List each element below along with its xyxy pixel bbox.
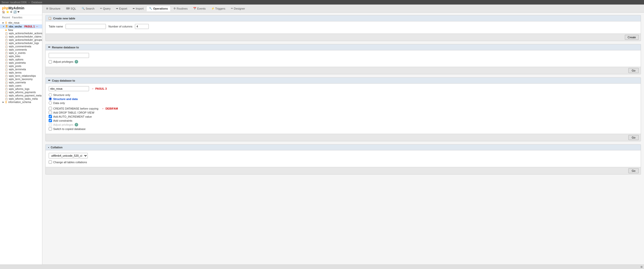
tab-sql[interactable]: ⌨ SQL xyxy=(63,6,79,11)
pencil-icon: ✏ xyxy=(48,79,50,82)
structure-only-row: Structure only xyxy=(49,93,638,96)
structure-only-label: Structure only xyxy=(53,93,70,96)
tab-export[interactable]: ➡ Export xyxy=(113,6,130,11)
tab-designer[interactable]: ✏ Designer xyxy=(228,6,248,11)
structure-data-label: Structure and data xyxy=(53,97,78,100)
events-icon: 📅 xyxy=(193,7,196,10)
arrow-left-icon: ← xyxy=(36,25,39,28)
refresh-icon[interactable]: 🔄 xyxy=(13,11,16,13)
table-item[interactable]: 📋wplx_actionscheduler_logs xyxy=(3,42,42,45)
switch-db-checkbox[interactable] xyxy=(49,127,52,130)
table-item[interactable]: 📋wplx_terms xyxy=(3,71,42,74)
adjust-privileges-checkbox[interactable] xyxy=(49,60,52,63)
collation-header: ▪ Collation xyxy=(46,145,641,150)
bottom-bar: ⊞ xyxy=(0,264,644,269)
tab-events[interactable]: 📅 Events xyxy=(190,6,209,11)
table-item[interactable]: 📋wplx_comments xyxy=(3,48,42,51)
adjust-privileges-copy-row: Adjust privileges ? xyxy=(49,123,638,126)
table-item[interactable]: 📋wplx_wforms_payment_meta xyxy=(3,94,42,97)
new-table-item[interactable]: ✚ New xyxy=(3,28,42,32)
db-information-schema[interactable]: ▶ 🗄 information_schema xyxy=(0,100,42,104)
table-item[interactable]: 📋wplx_wforms_logs xyxy=(3,87,42,91)
table-item[interactable]: 📋wplx_actionscheduler_claims xyxy=(3,35,42,38)
table-item[interactable]: 📋wplx_users xyxy=(3,84,42,87)
constraints-label: Add constraints xyxy=(53,119,72,122)
create-db-checkbox[interactable] xyxy=(49,107,52,110)
help-icon-copy[interactable]: ? xyxy=(75,123,78,126)
table-icon: 📋 xyxy=(5,52,8,54)
content-body: 📋 Create new table Table name Number of … xyxy=(42,13,644,264)
table-item[interactable]: 📋wplx_e_events xyxy=(3,51,42,55)
change-collation-checkbox[interactable] xyxy=(49,160,52,164)
gear-icon[interactable]: ⚙ xyxy=(10,11,12,13)
tab-search[interactable]: 🔍 Search xyxy=(79,6,97,11)
table-item[interactable]: 📋wplx_term_relationships xyxy=(3,74,42,78)
rename-db-header: ✏ Rename database to xyxy=(46,44,641,50)
star-icon[interactable]: ⭐ xyxy=(6,11,9,13)
num-columns-input[interactable] xyxy=(135,24,149,29)
copy-db-input[interactable] xyxy=(49,86,89,91)
rename-db-footer: Go xyxy=(46,67,641,74)
table-item[interactable]: 📋wplx_commentmeta xyxy=(3,45,42,48)
collation-section: ▪ Collation utf8mb4_unicode_520_ci utf8m… xyxy=(45,144,641,175)
auto-increment-checkbox[interactable] xyxy=(49,115,52,118)
data-only-radio[interactable] xyxy=(49,101,52,105)
header-label: Collation xyxy=(51,146,63,149)
constraints-checkbox[interactable] xyxy=(49,119,52,122)
heart-icon[interactable]: ❤ xyxy=(17,11,19,13)
table-item[interactable]: 📋wplx_posts xyxy=(3,64,42,68)
table-item[interactable]: 📋wplx_options xyxy=(3,58,42,61)
help-icon[interactable]: ? xyxy=(75,60,78,63)
tab-operations[interactable]: 🔧 Operations PASUL 2↑ xyxy=(146,6,170,11)
table-item[interactable]: 📋wplx_links xyxy=(3,55,42,58)
tab-label: Export xyxy=(119,7,127,10)
table-item[interactable]: 📋wplx_actionscheduler_groups xyxy=(3,38,42,42)
tab-import[interactable]: ⬅ Import xyxy=(130,6,146,11)
table-icon: 📋 xyxy=(5,36,8,38)
tab-query[interactable]: ✏ Query xyxy=(97,6,113,11)
copy-go-button[interactable]: Go xyxy=(628,135,639,140)
table-item[interactable]: 📋wplx_term_taxonomy xyxy=(3,78,42,81)
sql-icon: ⌨ xyxy=(66,7,70,10)
db-nbx-noua[interactable]: ▶ 🗄 nbx_noua xyxy=(0,21,42,24)
triggers-icon: ⚡ xyxy=(211,7,214,10)
table-icon: 📋 xyxy=(5,85,8,87)
table-icon: 📋 xyxy=(5,55,8,58)
structure-data-radio[interactable] xyxy=(49,97,52,100)
collation-select[interactable]: utf8mb4_unicode_520_ci utf8mb4_general_c… xyxy=(49,153,88,158)
tab-routines[interactable]: ⚙ Routines xyxy=(171,6,190,11)
table-icon: 📋 xyxy=(5,45,8,48)
tab-structure[interactable]: ⊞ Structure xyxy=(43,6,63,11)
drop-table-checkbox[interactable] xyxy=(49,111,52,114)
table-item[interactable]: 📋wplx_wforms_tasks_meta xyxy=(3,97,42,100)
auto-increment-label: Add AUTO_INCREMENT value xyxy=(53,115,92,118)
db-icon: 🗄 xyxy=(6,25,8,28)
collation-go-button[interactable]: Go xyxy=(628,168,639,173)
table-item[interactable]: 📋wplx_termmeta xyxy=(3,68,42,71)
create-button[interactable]: Create xyxy=(625,35,639,40)
db-nbx-veche[interactable]: ▼ 🗄 nbx_veche PASUL 1 ← xyxy=(0,24,42,28)
rename-db-input[interactable] xyxy=(49,53,89,58)
tab-label: Routines xyxy=(177,7,188,10)
favorites-link[interactable]: Favorites xyxy=(12,16,22,19)
tab-bar: ⊞ Structure ⌨ SQL 🔍 Search ✏ Query ➡ Exp… xyxy=(42,5,644,13)
table-item[interactable]: 📋wplx_actionscheduler_actions xyxy=(3,32,42,35)
table-name-input[interactable] xyxy=(66,24,106,29)
home-icon[interactable]: 🏠 xyxy=(2,11,5,13)
table-item[interactable]: 📋wplx_wforms_payments xyxy=(3,91,42,94)
structure-only-radio[interactable] xyxy=(49,93,52,96)
table-name-label: Table name xyxy=(49,25,63,28)
item-label: wplx_e_events xyxy=(9,52,25,54)
top-bar: Server: localhost:3306 › Database xyxy=(0,0,644,5)
tab-label: Triggers xyxy=(215,7,225,10)
recent-link[interactable]: Recent xyxy=(2,16,10,19)
table-item[interactable]: 📋wplx_postmeta xyxy=(3,61,42,64)
table-icon: 📋 xyxy=(5,78,8,81)
tab-label: Structure xyxy=(49,7,61,10)
database-info: Database xyxy=(32,1,42,4)
tab-triggers[interactable]: ⚡ Triggers xyxy=(209,6,228,11)
table-item[interactable]: 📋wplx_usermeta xyxy=(3,81,42,84)
rename-go-button[interactable]: Go xyxy=(628,68,639,73)
adjust-privileges-label: Adjust privileges xyxy=(53,60,73,63)
adjust-privileges-copy-checkbox xyxy=(49,123,52,126)
